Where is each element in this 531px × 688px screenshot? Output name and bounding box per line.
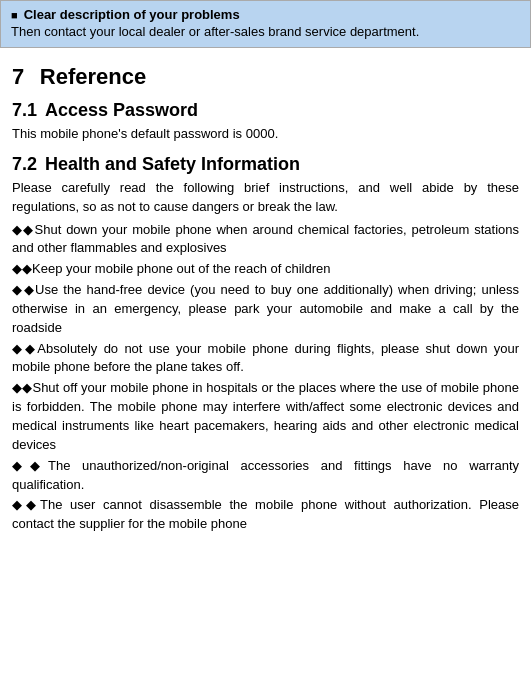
- list-item: ◆Use the hand-free device (you need to b…: [12, 281, 519, 338]
- section-72-intro: Please carefully read the following brie…: [12, 179, 519, 217]
- section-71-title: Access Password: [45, 100, 198, 121]
- list-item: ◆Keep your mobile phone out of the reach…: [12, 260, 519, 279]
- bullet-icon: ■: [11, 9, 18, 21]
- section-7-header: 7 Reference: [12, 64, 519, 90]
- section-72-number: 7.2: [12, 154, 37, 175]
- section-7-number: 7: [12, 64, 24, 89]
- list-item: ◆Absolutely do not use your mobile phone…: [12, 340, 519, 378]
- list-item: ◆The user cannot disassemble the mobile …: [12, 496, 519, 534]
- bullets-container: ◆Shut down your mobile phone when around…: [12, 221, 519, 535]
- notice-title-text: Clear description of your problems: [24, 7, 240, 22]
- list-item: ◆The unauthorized/non-original accessori…: [12, 457, 519, 495]
- section-71-header: 7.1 Access Password: [12, 100, 519, 121]
- list-item: ◆Shut off your mobile phone in hospitals…: [12, 379, 519, 454]
- main-content: 7 Reference 7.1 Access Password This mob…: [0, 48, 531, 544]
- section-72-title: Health and Safety Information: [45, 154, 300, 175]
- section-71-number: 7.1: [12, 100, 37, 121]
- section-71-paragraph: This mobile phone's default password is …: [12, 125, 519, 144]
- notice-body: Then contact your local dealer or after-…: [11, 24, 520, 39]
- section-72-header: 7.2 Health and Safety Information: [12, 154, 519, 175]
- notice-banner: ■ Clear description of your problems The…: [0, 0, 531, 48]
- section-7-title: Reference: [40, 64, 146, 89]
- list-item: ◆Shut down your mobile phone when around…: [12, 221, 519, 259]
- notice-title: ■ Clear description of your problems: [11, 7, 520, 22]
